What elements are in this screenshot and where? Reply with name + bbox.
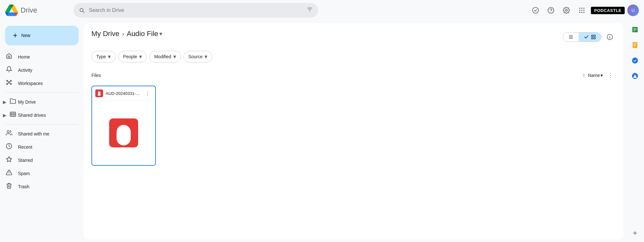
file-name: AUD-20240331-WA...: [106, 91, 140, 96]
filter-people-chevron-icon: ▾: [139, 53, 142, 60]
sidebar-item-workspaces[interactable]: Workspaces: [0, 77, 79, 90]
right-tasks-icon-btn[interactable]: [629, 54, 641, 67]
svg-line-20: [10, 83, 11, 84]
search-bar[interactable]: [73, 3, 318, 18]
search-filter-icon[interactable]: [307, 6, 313, 14]
sidebar-home-label: Home: [18, 54, 30, 60]
svg-point-8: [583, 10, 585, 11]
sidebar-divider-1: [5, 92, 79, 93]
sidebar-item-home[interactable]: Home: [0, 50, 79, 63]
filter-source-btn[interactable]: Source ▾: [184, 51, 212, 62]
svg-point-13: [7, 80, 8, 81]
sidebar-item-trash[interactable]: Trash: [0, 180, 79, 193]
grid-view-btn[interactable]: [579, 33, 601, 42]
svg-point-5: [583, 8, 585, 9]
sidebar-recent-label: Recent: [18, 144, 32, 150]
activity-icon: [5, 66, 13, 74]
file-card-body: [92, 101, 155, 165]
app-name: Drive: [21, 6, 37, 14]
right-sidebar: +: [626, 21, 644, 242]
list-view-btn[interactable]: [563, 33, 579, 42]
main-content: My Drive › Audio File ▾: [84, 23, 623, 239]
file-grid: AUD-20240331-WA... ⋮: [91, 86, 616, 166]
filter-modified-btn[interactable]: Modified ▾: [149, 51, 181, 62]
my-drive-expand-icon: ▶: [1, 99, 8, 105]
svg-rect-30: [592, 35, 593, 37]
starred-icon: [5, 156, 13, 164]
info-btn[interactable]: [604, 31, 616, 43]
section-more-btn[interactable]: ⋮: [605, 70, 616, 80]
svg-rect-31: [594, 35, 595, 37]
svg-point-0: [533, 7, 538, 13]
topbar-right: PODCASTLE U: [529, 4, 639, 17]
check-circle-btn[interactable]: [529, 4, 542, 17]
breadcrumb-current-label: Audio File: [127, 30, 158, 38]
filter-row: Type ▾ People ▾ Modified ▾ Source ▾: [91, 51, 616, 62]
apps-btn[interactable]: [575, 4, 588, 17]
logo-area[interactable]: Drive: [5, 5, 70, 16]
svg-rect-40: [118, 140, 129, 142]
svg-point-11: [583, 12, 585, 13]
svg-point-3: [579, 8, 581, 9]
avatar[interactable]: U: [627, 5, 639, 16]
file-card[interactable]: AUD-20240331-WA... ⋮: [91, 86, 156, 166]
my-drive-icon: [9, 98, 17, 106]
search-icon: [79, 7, 85, 14]
right-sheets-icon-btn[interactable]: [629, 23, 641, 36]
svg-line-19: [8, 83, 8, 84]
new-button-label: New: [21, 33, 30, 38]
new-button[interactable]: + New: [5, 26, 79, 45]
breadcrumb-current: Audio File ▾: [127, 30, 162, 38]
sidebar-item-activity[interactable]: Activity: [0, 63, 79, 77]
svg-rect-21: [10, 112, 16, 116]
grid-icon: [591, 34, 596, 40]
trash-icon: [5, 182, 13, 191]
sidebar-item-my-drive[interactable]: ▶ My Drive: [0, 95, 79, 108]
svg-point-9: [579, 12, 581, 13]
sort-controls: ↑ Name ▾ ⋮: [582, 70, 616, 80]
breadcrumb-parent[interactable]: My Drive: [91, 30, 119, 38]
filter-people-btn[interactable]: People ▾: [118, 51, 147, 62]
checkmark-icon: [584, 34, 589, 40]
recent-icon: [5, 143, 13, 151]
svg-marker-24: [6, 157, 12, 162]
view-controls: [563, 31, 616, 43]
settings-btn[interactable]: [560, 4, 573, 17]
view-toggle: [563, 32, 601, 42]
sort-direction-icon[interactable]: ↑: [582, 72, 585, 79]
sidebar-divider-2: [5, 124, 79, 125]
svg-line-17: [8, 81, 8, 82]
topbar: Drive: [0, 0, 644, 21]
sidebar-item-shared-with-me[interactable]: Shared with me: [0, 127, 79, 140]
sidebar-item-recent[interactable]: Recent: [0, 140, 79, 154]
right-keep-icon-btn[interactable]: [629, 39, 641, 51]
sidebar-trash-label: Trash: [18, 184, 29, 189]
sort-label[interactable]: Name ▾: [588, 73, 603, 78]
svg-point-7: [581, 10, 582, 11]
sidebar-item-shared-drives[interactable]: ▶ Shared drives: [0, 108, 79, 122]
main-layout: + New Home Activity: [0, 21, 644, 242]
filter-type-label: Type: [96, 54, 106, 59]
filter-type-btn[interactable]: Type ▾: [91, 51, 116, 62]
filter-source-label: Source: [188, 54, 203, 59]
podcastle-badge[interactable]: PODCASTLE: [591, 7, 625, 14]
shared-drives-expand-icon: ▶: [1, 113, 8, 118]
breadcrumb-dropdown-icon[interactable]: ▾: [159, 30, 162, 37]
svg-point-15: [7, 83, 8, 84]
svg-line-18: [10, 81, 11, 82]
sidebar-item-spam[interactable]: Spam: [0, 167, 79, 180]
shared-with-me-icon: [5, 130, 13, 138]
sort-arrow-icon: ▾: [601, 73, 603, 78]
right-contacts-icon-btn[interactable]: [629, 70, 641, 82]
svg-rect-32: [592, 37, 593, 39]
svg-point-4: [581, 8, 582, 9]
help-btn[interactable]: [545, 4, 557, 17]
svg-point-16: [10, 83, 11, 84]
right-add-btn[interactable]: +: [629, 227, 641, 239]
sidebar-item-starred[interactable]: Starred: [0, 154, 79, 167]
home-icon: [5, 53, 13, 61]
file-more-btn[interactable]: ⋮: [143, 89, 152, 98]
file-card-header: AUD-20240331-WA... ⋮: [92, 86, 155, 101]
search-input[interactable]: [89, 7, 303, 13]
shared-drives-icon: [9, 111, 17, 119]
